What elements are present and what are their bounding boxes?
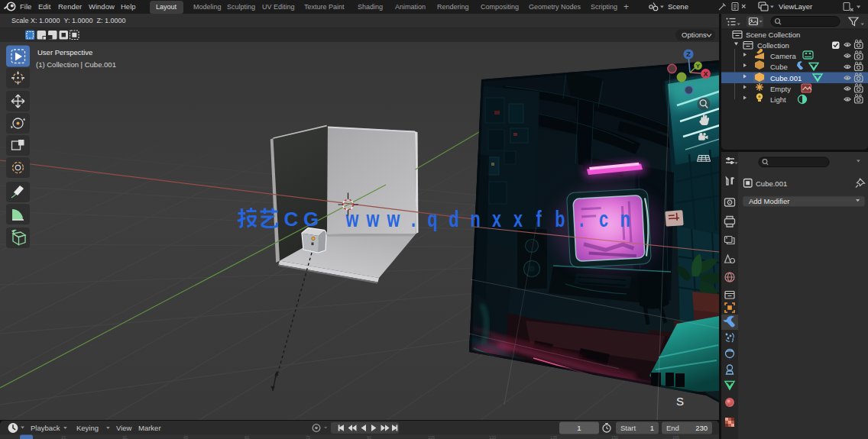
svg-text:Help: Help <box>121 2 136 11</box>
svg-text:Add Modifier: Add Modifier <box>749 197 789 205</box>
svg-text:Sculpting: Sculpting <box>227 3 255 11</box>
svg-text:x: x <box>492 205 501 231</box>
svg-text:15: 15 <box>61 435 66 439</box>
svg-text:Layout: Layout <box>156 3 177 11</box>
svg-text:User Perspective: User Perspective <box>37 48 92 56</box>
svg-text:Scene: Scene <box>668 2 688 11</box>
svg-text:Options: Options <box>682 31 707 39</box>
svg-text:Cube: Cube <box>770 63 788 71</box>
svg-text:w: w <box>345 205 359 231</box>
svg-text:d: d <box>449 205 458 231</box>
svg-text:45: 45 <box>183 435 188 439</box>
svg-text:165: 165 <box>672 435 679 439</box>
svg-text:(1) Collection | Cube.001: (1) Collection | Cube.001 <box>36 60 116 69</box>
svg-text:G: G <box>303 208 319 231</box>
svg-text:Animation: Animation <box>395 3 426 11</box>
svg-text:.: . <box>579 205 584 231</box>
svg-text:b: b <box>555 205 565 231</box>
svg-text:Edit: Edit <box>38 2 51 11</box>
svg-text:Y: Y <box>696 63 701 69</box>
svg-text:View: View <box>116 424 132 432</box>
svg-text:Cube.001: Cube.001 <box>756 179 787 188</box>
svg-text:Compositing: Compositing <box>481 3 519 11</box>
svg-text:Modeling: Modeling <box>193 3 222 11</box>
svg-text:90: 90 <box>367 435 371 439</box>
svg-text:Light: Light <box>770 95 786 104</box>
svg-text:C: C <box>284 208 299 231</box>
svg-text:q: q <box>427 205 437 231</box>
svg-text:Rendering: Rendering <box>437 3 469 11</box>
svg-text:f: f <box>536 205 541 231</box>
svg-text:Playback: Playback <box>31 424 60 432</box>
svg-text:Scripting: Scripting <box>591 3 617 11</box>
svg-text:Window: Window <box>89 2 115 11</box>
svg-text:120: 120 <box>489 435 496 439</box>
svg-text:1: 1 <box>577 424 581 432</box>
svg-text:Collection: Collection <box>757 41 789 50</box>
svg-text:230: 230 <box>695 424 708 432</box>
svg-text:UV Editing: UV Editing <box>262 3 295 11</box>
svg-text:Z: Z <box>686 50 691 58</box>
svg-text:Geometry Nodes: Geometry Nodes <box>529 3 581 11</box>
svg-text:.: . <box>411 205 416 231</box>
svg-text:150: 150 <box>611 435 618 439</box>
svg-text:30: 30 <box>122 435 127 439</box>
svg-text:105: 105 <box>428 435 435 439</box>
svg-text:Render: Render <box>58 2 82 11</box>
svg-text:End: End <box>666 424 679 432</box>
svg-text:Marker: Marker <box>138 424 161 432</box>
svg-text:x: x <box>513 205 523 231</box>
svg-text:c: c <box>599 205 608 231</box>
svg-text:135: 135 <box>550 435 557 439</box>
svg-text:1: 1 <box>650 424 654 432</box>
svg-text:n: n <box>470 205 480 231</box>
svg-text:+: + <box>623 2 629 12</box>
svg-text:Texture Paint: Texture Paint <box>304 3 345 11</box>
svg-text:File: File <box>20 2 31 11</box>
svg-text:60: 60 <box>245 435 249 439</box>
svg-text:w: w <box>387 205 400 231</box>
svg-text:X: X <box>703 70 708 78</box>
svg-text:w: w <box>366 205 380 231</box>
svg-text:n: n <box>620 205 630 231</box>
svg-text:Keying: Keying <box>76 424 99 432</box>
svg-text:S: S <box>676 395 684 408</box>
svg-text:Start: Start <box>620 424 636 432</box>
svg-text:Camera: Camera <box>770 52 797 60</box>
svg-text:Empty: Empty <box>770 85 791 93</box>
svg-text:75: 75 <box>306 435 310 439</box>
svg-text:Cube.001: Cube.001 <box>770 74 802 82</box>
svg-text:ViewLayer: ViewLayer <box>779 2 812 11</box>
svg-text:Scene Collection: Scene Collection <box>746 31 800 39</box>
svg-text:Shading: Shading <box>358 3 383 11</box>
